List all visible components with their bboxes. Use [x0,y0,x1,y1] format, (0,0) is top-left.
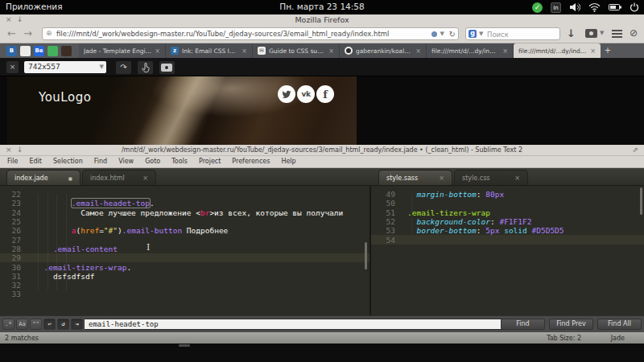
tab-close-icon[interactable]: × [415,47,421,55]
find-toggle-case-sensitive[interactable]: Aa [16,319,28,330]
find-input[interactable] [84,319,513,330]
bookmark-dark-folder-icon[interactable] [61,46,72,56]
facebook-icon[interactable]: f [316,85,334,103]
screenshot-dropdown-icon[interactable]: ▼ [600,30,604,36]
downloads-icon[interactable]: ↓ [567,27,576,39]
find-toggle-regex[interactable]: .* [2,319,14,330]
bookmark-bootstrap-icon[interactable]: B [6,46,17,56]
rotate-viewport-icon[interactable]: ↷ [116,61,131,74]
tab-close-icon[interactable]: × [502,47,508,55]
desktop: Приложения Пн. марта 23 14:58 ✓ In × ↓ M… [0,0,644,362]
tab-close-icon[interactable]: × [142,175,148,182]
menu-goto[interactable]: Goto [139,156,166,167]
responsive-mode-toolbar: × 742x557 ▼ ↷ [0,58,644,76]
battery-icon[interactable] [609,3,621,11]
volume-icon[interactable] [569,2,580,12]
responsive-close-icon[interactable]: × [6,61,19,73]
adblock-icon[interactable]: ⊘ [630,27,638,39]
scrollbar-handle[interactable] [640,187,642,215]
resize-grip[interactable] [179,344,190,347]
browser-tab-5[interactable]: file:///mnt/d/...dy/index.html× [427,43,514,58]
tab-close-icon[interactable]: × [439,175,444,182]
token: .email-button [122,226,182,235]
indent-guide [56,194,57,290]
menu-help[interactable]: Help [275,156,301,167]
browser-tab-1[interactable]: Jade - Template Engine× [79,43,166,58]
updates-icon[interactable]: ✓ [532,2,543,13]
tab-size-indicator[interactable]: Tab Size: 2 [547,335,581,342]
minimize-window-icon[interactable]: ↓ [17,145,23,155]
screenshot-viewport-icon[interactable] [159,61,175,74]
menu-file[interactable]: File [2,156,23,167]
editor-pane-sass[interactable]: 49 margin-bottom: 80px5051.email-tizers-… [371,186,644,315]
file-tab-style.css[interactable]: style.css× [454,170,528,185]
text-tool-tray-icon[interactable]: In [551,2,561,13]
minimize-window-icon[interactable]: ↓ [17,14,23,25]
syntax-indicator[interactable]: Jade [611,335,625,342]
menu-tools[interactable]: Tools [166,156,193,167]
bookmark-behance-icon[interactable]: Be [34,46,44,56]
line-number: 22 [0,190,27,199]
file-tab-index.html[interactable]: index.html× [82,170,156,185]
browser-tab-2[interactable]: zInk: Email CSS Inliner× [166,43,253,58]
find-toggle-in-selection[interactable]: ↺ [57,319,69,330]
social-icons: vk f [278,85,334,103]
close-window-icon[interactable]: × [6,145,12,155]
reload-icon[interactable]: ↻ [449,30,456,39]
bookmark-koala-green-icon[interactable] [47,46,58,56]
file-tab-index.jade[interactable]: index.jade● [6,170,80,185]
close-window-icon[interactable]: × [6,14,12,25]
menu-edit[interactable]: Edit [23,156,47,167]
find-button[interactable]: Find [501,319,545,330]
find-prev-button[interactable]: Find Prev [549,319,593,330]
url-text[interactable]: file:///mnt/d/_work/webdesign-master.ru/… [56,30,427,38]
menu-find[interactable]: Find [89,156,113,167]
power-icon[interactable] [630,2,639,12]
find-all-button[interactable]: Find All [597,319,642,330]
search-engine-dropdown-icon[interactable]: ▼ [479,31,483,37]
tab-close-icon[interactable]: × [514,175,520,182]
touch-simulation-icon[interactable] [138,61,153,74]
file-tab-style.sass[interactable]: style.sass× [378,170,452,185]
browser-tab-4[interactable]: gaberankin/koala-jade× [340,43,427,58]
viewport-size-value: 742x557 [28,63,60,71]
line-number: 23 [0,199,27,208]
back-icon[interactable]: ← [7,27,16,39]
find-toggle-highlight-matches[interactable]: ⇥ [71,319,83,330]
modified-dot-icon[interactable]: ● [68,175,72,181]
forward-icon[interactable]: → [23,27,32,39]
new-tab-button[interactable]: + [601,43,615,58]
maximize-window-icon[interactable]: ⇗ [632,145,638,155]
editor-pane-jade[interactable]: 2223 .email-headet-top.24 Самое лучшее п… [0,186,369,315]
url-dropdown-icon[interactable]: ▼ [440,31,444,37]
bookmark-star-icon[interactable] [431,31,437,37]
find-toggle-whole-word[interactable]: "" [30,319,42,330]
browser-tab-3[interactable]: ✉Guide to CSS support i...× [253,43,340,58]
screenshot-addon-icon[interactable] [585,29,597,38]
menu-hamburger-icon[interactable] [612,30,622,31]
vk-icon[interactable]: vk [297,85,315,103]
code-line: 22 [0,190,369,199]
bookmark-red-doc-icon[interactable] [20,46,31,56]
token: .email-tizers-wrap [407,208,490,217]
tab-close-icon[interactable]: × [328,47,334,55]
line-content: .email-headet-top. [27,199,155,208]
vk-glyph: vk [302,90,311,98]
google-search-engine-icon[interactable]: g [469,30,477,38]
menu-preferences[interactable]: Preferences [226,156,275,167]
tab-close-icon[interactable]: × [242,47,247,55]
menu-selection[interactable]: Selection [47,156,89,167]
viewport-size-select[interactable]: 742x557 ▼ [24,61,106,73]
url-bar[interactable]: ⊕ file:///mnt/d/_work/webdesign-master.r… [42,27,459,40]
menu-project[interactable]: Project [193,156,226,167]
menu-view[interactable]: View [113,156,139,167]
tab-close-icon[interactable]: × [590,47,596,55]
line-content: background-color: #F1F1F2 [401,217,531,226]
wifi-icon[interactable] [588,2,601,12]
scrollbar-handle[interactable] [365,242,367,269]
tab-close-icon[interactable]: × [155,47,160,55]
search-bar[interactable]: g ▼ Поиск [465,27,560,40]
browser-tab-6[interactable]: file:///mnt/d/...dy/index.html× [514,43,601,58]
twitter-icon[interactable] [278,85,295,103]
find-toggle-wrap[interactable]: ↩ [43,319,56,330]
